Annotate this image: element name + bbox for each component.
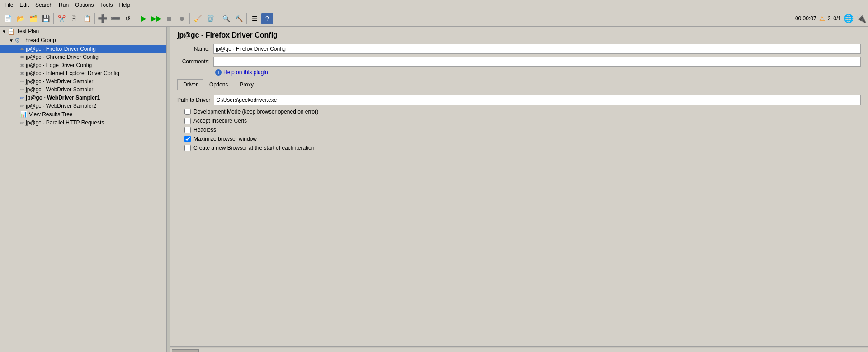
template-list-button[interactable]: ☰ [249,13,260,24]
expand-button[interactable]: ➕ [97,13,108,24]
accept-insecure-label: Accept Insecure Certs [193,118,247,124]
help-link[interactable]: i Help on this plugin [215,69,861,76]
ie-driver-icon: ✖ [20,71,24,76]
toggle-button[interactable]: ↺ [122,13,134,24]
help-link-text: Help on this plugin [223,69,268,76]
tree-label-webdriver-sampler-main: jp@gc - WebDriver Sampler1 [26,95,100,101]
firefox-driver-icon: ✖ [20,46,24,52]
checkbox-maximize: Maximize browser window [184,136,861,142]
tree-item-edge-driver[interactable]: ✖ jp@gc - Edge Driver Config [0,61,166,69]
tree-item-parallel-http[interactable]: ✏ jp@gc - Parallel HTTP Requests [0,119,166,127]
shutdown-button[interactable]: ⏺ [176,13,188,24]
dev-mode-label: Development Mode (keep browser opened on… [193,109,318,115]
menu-tools[interactable]: Tools [97,1,115,9]
separator-1 [53,13,54,24]
timer-display: 00:00:07 [795,15,816,22]
menu-help[interactable]: Help [116,1,133,9]
start-no-pause-button[interactable]: ▶▶ [151,13,162,24]
tree-label-test-plan: Test Plan [17,28,39,34]
toolbar: 📄 📂 🗂️ 💾 ✂️ ⎘ 📋 ➕ ➖ ↺ ▶ ▶▶ ⏹ ⏺ 🧹 🗑️ 🔍 🔨 … [0,10,868,27]
separator-3 [136,13,136,24]
webdriver-sampler-main-icon: ✏ [20,95,24,101]
webdriver-sampler2-icon: ✏ [20,87,24,93]
new-browser-label: Create a new Browser at the start of eac… [193,145,314,151]
menu-run[interactable]: Run [56,1,71,9]
checkbox-headless: Headless [184,127,861,133]
help-button[interactable]: ? [261,13,273,24]
clear-all-button[interactable]: 🗑️ [204,13,216,24]
thread-group-icon: ⚙ [14,37,20,44]
menu-bar: File Edit Search Run Options Tools Help [0,0,868,10]
view-results-icon: 📊 [20,111,27,118]
tree-item-webdriver-sampler1[interactable]: ✏ jp@gc - WebDriver Sampler [0,77,166,86]
menu-file[interactable]: File [2,1,16,9]
headless-checkbox[interactable] [184,127,191,133]
save-button[interactable]: 💾 [40,13,52,24]
test-plan-icon: 📋 [7,28,15,35]
tree-item-ie-driver[interactable]: ✖ jp@gc - Internet Explorer Driver Confi… [0,69,166,77]
maximize-checkbox[interactable] [184,136,191,142]
tree-label-parallel-http: jp@gc - Parallel HTTP Requests [26,119,104,126]
main-layout: ▼ 📋 Test Plan ▼ ⚙ Thread Group ✖ jp@gc -… [0,27,868,352]
tree-item-webdriver-sampler3[interactable]: ✏ jp@gc - WebDriver Sampler2 [0,102,166,110]
function-helper-button[interactable]: 🔨 [233,13,245,24]
separator-2 [94,13,95,24]
checkbox-new-browser: Create a new Browser at the start of eac… [184,145,861,151]
cut-button[interactable]: ✂️ [56,13,67,24]
clear-button[interactable]: 🧹 [192,13,203,24]
left-panel: ▼ 📋 Test Plan ▼ ⚙ Thread Group ✖ jp@gc -… [0,27,167,352]
separator-5 [218,13,218,24]
menu-options[interactable]: Options [72,1,96,9]
checkbox-dev-mode: Development Mode (keep browser opened on… [184,109,861,115]
comments-label: Comments: [177,58,213,65]
name-input[interactable] [213,44,861,54]
tree-item-test-plan[interactable]: ▼ 📋 Test Plan [0,27,166,36]
tree-item-chrome-driver[interactable]: ✖ jp@gc - Chrome Driver Config [0,53,166,61]
warning-icon: ⚠ [819,15,825,22]
tree-label-view-results: View Results Tree [29,111,73,118]
open-recent-button[interactable]: 🗂️ [27,13,39,24]
edge-driver-icon: ✖ [20,62,24,68]
tree-label-webdriver-sampler1: jp@gc - WebDriver Sampler [26,78,93,85]
comments-input[interactable] [213,57,861,67]
maximize-label: Maximize browser window [193,136,257,142]
tree-item-webdriver-sampler-main[interactable]: ✏ jp@gc - WebDriver Sampler1 [0,94,166,102]
start-button[interactable]: ▶ [138,13,150,24]
path-to-driver-row: Path to Driver [177,95,861,105]
paste-button[interactable]: 📋 [81,13,93,24]
tree-item-webdriver-sampler2[interactable]: ✏ jp@gc - WebDriver Sampler [0,86,166,94]
new-button[interactable]: 📄 [2,13,14,24]
name-row: Name: [177,44,861,54]
path-label: Path to Driver [177,97,210,103]
tree-item-firefox-driver[interactable]: ✖ jp@gc - Firefox Driver Config [0,45,166,53]
tree-label-edge-driver: jp@gc - Edge Driver Config [26,62,92,68]
tab-options[interactable]: Options [203,79,234,90]
tab-driver[interactable]: Driver [177,79,203,90]
menu-edit[interactable]: Edit [17,1,32,9]
parallel-http-icon: ✏ [20,120,24,126]
tree-item-view-results[interactable]: 📊 View Results Tree [0,110,166,119]
accept-insecure-checkbox[interactable] [184,118,191,124]
open-template-button[interactable]: 📂 [14,13,26,24]
tab-proxy[interactable]: Proxy [234,79,259,90]
new-browser-checkbox[interactable] [184,145,191,151]
webdriver-sampler1-icon: ✏ [20,79,24,85]
progress-display: 0/1 [833,15,841,22]
webdriver-sampler3-icon: ✏ [20,103,24,109]
tree-label-thread-group: Thread Group [22,37,56,43]
toggle-test-plan[interactable]: ▼ [2,29,6,34]
tree-label-chrome-driver: jp@gc - Chrome Driver Config [26,54,99,60]
bottom-scrollbar[interactable] [170,346,868,352]
panel-title: jp@gc - Firefox Driver Config [177,31,861,39]
collapse-button[interactable]: ➖ [109,13,121,24]
menu-search[interactable]: Search [33,1,55,9]
right-panel: jp@gc - Firefox Driver Config Name: Comm… [170,27,868,352]
copy-button[interactable]: ⎘ [68,13,80,24]
stop-button[interactable]: ⏹ [163,13,175,24]
dev-mode-checkbox[interactable] [184,109,191,115]
name-label: Name: [177,46,213,52]
toggle-thread-group[interactable]: ▼ [9,38,14,43]
tree-item-thread-group[interactable]: ▼ ⚙ Thread Group [0,36,166,45]
search-button[interactable]: 🔍 [220,13,232,24]
path-input[interactable] [214,95,861,105]
